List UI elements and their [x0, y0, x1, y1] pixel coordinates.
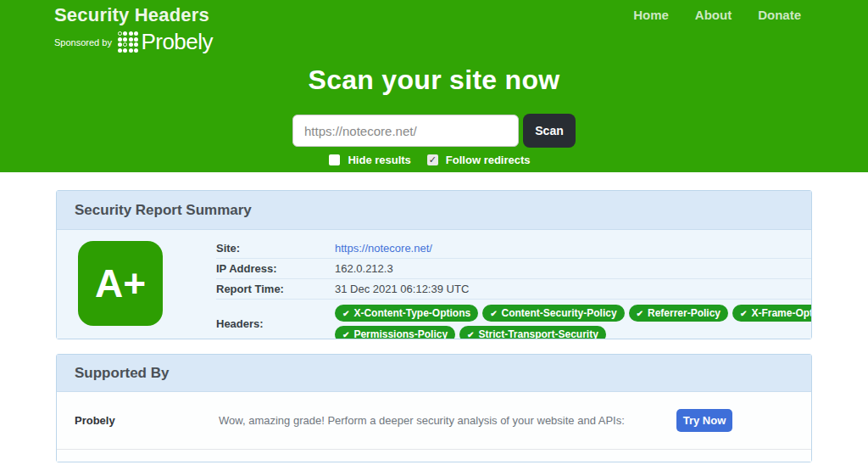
- sponsor-name: Probely: [75, 414, 219, 427]
- follow-redirects-label: Follow redirects: [446, 154, 531, 166]
- brand: Security Headers Sponsored by Probely: [54, 4, 213, 55]
- sponsor-row: Probely Wow, amazing grade! Perform a de…: [57, 392, 811, 450]
- supported-panel-title: Supported By: [57, 355, 811, 392]
- follow-redirects-checkbox[interactable]: ✓: [427, 154, 438, 165]
- header-pill: ✔X-Frame-Options: [732, 305, 811, 322]
- page-title: Scan your site now: [0, 64, 868, 96]
- report-time-label: Report Time:: [216, 283, 335, 295]
- banner: Security Headers Sponsored by Probely Ho…: [0, 0, 868, 172]
- site-label: Site:: [216, 242, 335, 255]
- header-pill: ✔Referrer-Policy: [629, 305, 728, 322]
- check-icon: ✔: [637, 309, 643, 318]
- header-pill: ✔Strict-Transport-Security: [459, 326, 606, 339]
- report-time-value: 31 Dec 2021 06:12:39 UTC: [335, 283, 811, 295]
- sponsor-message: Wow, amazing grade! Perform a deeper sec…: [219, 414, 676, 427]
- try-now-button[interactable]: Try Now: [676, 409, 732, 432]
- site-link[interactable]: https://notecore.net/: [335, 242, 432, 255]
- table-row: Headers: ✔X-Content-Type-Options ✔Conten…: [216, 300, 811, 339]
- ip-value: 162.0.212.3: [335, 262, 811, 275]
- check-icon: ✔: [342, 330, 349, 339]
- scan-form: Scan: [0, 114, 868, 148]
- headers-label: Headers:: [216, 317, 335, 330]
- check-icon: ✔: [342, 309, 349, 318]
- ip-label: IP Address:: [216, 262, 335, 275]
- summary-table: Site: https://notecore.net/ IP Address: …: [216, 238, 811, 339]
- sponsor-logo-text[interactable]: Probely: [141, 29, 213, 55]
- grade-badge: A+: [78, 241, 163, 326]
- table-row: Report Time: 31 Dec 2021 06:12:39 UTC: [216, 279, 811, 300]
- sponsored-by-label: Sponsored by: [54, 37, 112, 48]
- security-report-summary-panel: Security Report Summary A+ Site: https:/…: [56, 190, 812, 339]
- table-row: Site: https://notecore.net/: [216, 238, 811, 259]
- nav-link-donate[interactable]: Donate: [758, 8, 801, 22]
- site-title: Security Headers: [54, 4, 213, 26]
- hide-results-checkbox[interactable]: [329, 154, 340, 165]
- scan-options: Hide results ✓ Follow redirects: [0, 154, 868, 166]
- check-icon: ✔: [490, 309, 497, 318]
- nav-link-home[interactable]: Home: [633, 8, 669, 22]
- probely-logo-icon: [118, 31, 139, 53]
- header-pill-list: ✔X-Content-Type-Options ✔Content-Securit…: [335, 305, 811, 339]
- header-pill: ✔Content-Security-Policy: [482, 305, 624, 322]
- hide-results-label: Hide results: [348, 154, 410, 166]
- url-input[interactable]: [292, 115, 519, 147]
- summary-panel-title: Security Report Summary: [57, 191, 811, 230]
- header-pill: ✔Permissions-Policy: [335, 326, 455, 339]
- nav-link-about[interactable]: About: [695, 8, 732, 22]
- check-icon: ✔: [740, 309, 747, 318]
- check-icon: ✔: [467, 330, 474, 339]
- header-pill: ✔X-Content-Type-Options: [335, 305, 478, 322]
- supported-by-panel: Supported By Probely Wow, amazing grade!…: [56, 354, 812, 462]
- table-row: IP Address: 162.0.212.3: [216, 259, 811, 279]
- main-nav: Home About Donate: [633, 4, 801, 22]
- scan-button[interactable]: Scan: [523, 114, 576, 148]
